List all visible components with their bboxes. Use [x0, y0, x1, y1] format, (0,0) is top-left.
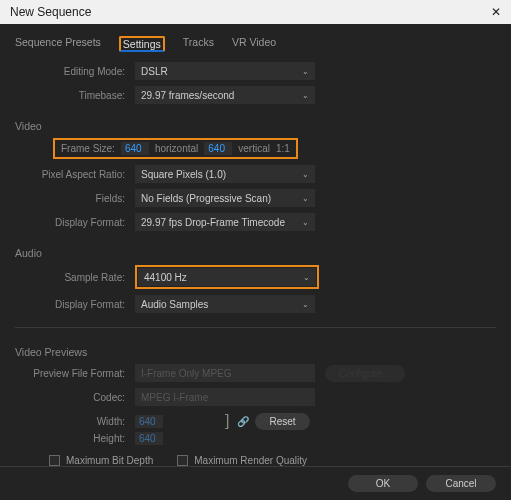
- reset-button[interactable]: Reset: [255, 413, 309, 430]
- pixel-aspect-dropdown[interactable]: Square Pixels (1.0) ⌄: [135, 165, 315, 183]
- frame-height-label: vertical: [238, 143, 270, 154]
- fields-label: Fields:: [15, 193, 135, 204]
- audio-display-format-dropdown[interactable]: Audio Samples ⌄: [135, 295, 315, 313]
- chevron-down-icon: ⌄: [302, 67, 309, 76]
- sample-rate-dropdown[interactable]: 44100 Hz ⌄: [138, 268, 316, 286]
- frame-size-label: Frame Size:: [61, 143, 115, 154]
- video-section-label: Video: [15, 120, 496, 132]
- audio-section-label: Audio: [15, 247, 496, 259]
- tab-settings[interactable]: Settings: [119, 36, 165, 52]
- chevron-down-icon: ⌄: [302, 300, 309, 309]
- tabs: Sequence Presets Settings Tracks VR Vide…: [15, 36, 496, 52]
- max-render-label: Maximum Render Quality: [194, 455, 307, 466]
- configure-button: Configure...: [325, 365, 405, 382]
- frame-height-input[interactable]: 640: [204, 142, 232, 155]
- chevron-down-icon: ⌄: [302, 170, 309, 179]
- chevron-down-icon: ⌄: [302, 218, 309, 227]
- link-icon[interactable]: 🔗: [237, 416, 249, 427]
- max-render-checkbox[interactable]: [177, 455, 188, 466]
- frame-width-input[interactable]: 640: [121, 142, 149, 155]
- pixel-aspect-label: Pixel Aspect Ratio:: [15, 169, 135, 180]
- preview-height-label: Height:: [15, 433, 135, 444]
- chevron-down-icon: ⌄: [302, 91, 309, 100]
- audio-display-format-label: Display Format:: [15, 299, 135, 310]
- max-bit-depth-label: Maximum Bit Depth: [66, 455, 153, 466]
- cancel-button[interactable]: Cancel: [426, 475, 496, 492]
- sample-rate-label: Sample Rate:: [15, 272, 135, 283]
- titlebar: New Sequence ✕: [0, 0, 511, 24]
- codec-dropdown: MPEG I-Frame: [135, 388, 315, 406]
- tab-tracks[interactable]: Tracks: [183, 36, 214, 52]
- chevron-down-icon: ⌄: [303, 273, 310, 282]
- new-sequence-dialog: New Sequence ✕ Sequence Presets Settings…: [0, 0, 511, 500]
- codec-label: Codec:: [15, 392, 135, 403]
- tab-sequence-presets[interactable]: Sequence Presets: [15, 36, 101, 52]
- preview-width-input[interactable]: 640: [135, 415, 163, 428]
- preview-file-format-label: Preview File Format:: [15, 368, 135, 379]
- max-bit-depth-checkbox[interactable]: [49, 455, 60, 466]
- frame-width-label: horizontal: [155, 143, 198, 154]
- link-bracket: ]: [225, 412, 229, 430]
- ok-button[interactable]: OK: [348, 475, 418, 492]
- frame-size-group: Frame Size: 640 horizontal 640 vertical …: [53, 138, 298, 159]
- timebase-label: Timebase:: [15, 90, 135, 101]
- chevron-down-icon: ⌄: [302, 194, 309, 203]
- bottom-bar: OK Cancel: [0, 466, 511, 500]
- video-display-format-dropdown[interactable]: 29.97 fps Drop-Frame Timecode ⌄: [135, 213, 315, 231]
- previews-section-label: Video Previews: [15, 346, 496, 358]
- tab-vr-video[interactable]: VR Video: [232, 36, 276, 52]
- frame-ratio: 1:1: [276, 143, 290, 154]
- preview-file-format-dropdown: I-Frame Only MPEG: [135, 364, 315, 382]
- video-display-format-label: Display Format:: [15, 217, 135, 228]
- editing-mode-label: Editing Mode:: [15, 66, 135, 77]
- preview-width-label: Width:: [15, 416, 135, 427]
- dialog-content: Sequence Presets Settings Tracks VR Vide…: [0, 24, 511, 466]
- editing-mode-dropdown[interactable]: DSLR ⌄: [135, 62, 315, 80]
- close-icon[interactable]: ✕: [491, 5, 501, 19]
- fields-dropdown[interactable]: No Fields (Progressive Scan) ⌄: [135, 189, 315, 207]
- dialog-title: New Sequence: [10, 5, 91, 19]
- preview-height-input[interactable]: 640: [135, 432, 163, 445]
- timebase-dropdown[interactable]: 29.97 frames/second ⌄: [135, 86, 315, 104]
